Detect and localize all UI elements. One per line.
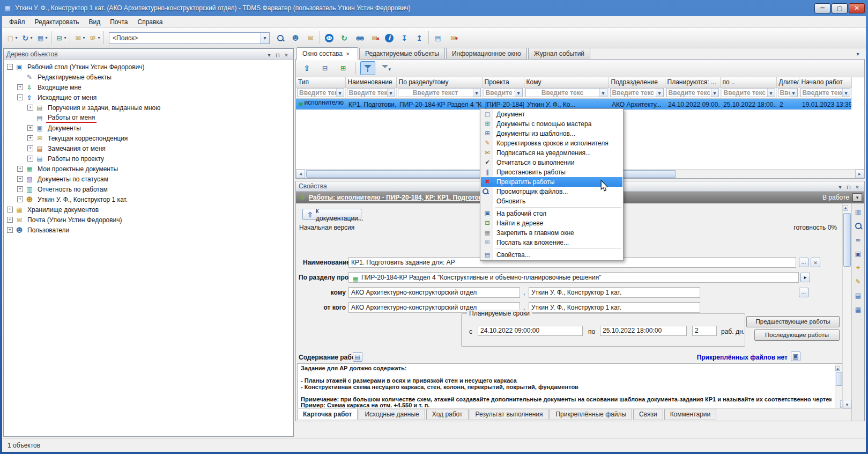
notes-button[interactable] <box>431 31 446 46</box>
filter-combobox[interactable]: Введите текс <box>800 88 850 97</box>
maximize-button[interactable] <box>832 3 848 13</box>
tree-expander[interactable] <box>7 207 13 213</box>
save-button[interactable] <box>853 248 864 259</box>
from-person-field[interactable]: Уткин У. Ф., Конструктор 1 кат. <box>529 302 700 313</box>
tab-close-button[interactable] <box>346 49 352 58</box>
document-tab[interactable]: Редактируемые объекты <box>359 48 445 59</box>
filter-dropdown-button[interactable] <box>336 89 344 97</box>
tree-item[interactable]: Поручения и задачи, выданные мною <box>4 102 293 113</box>
scroll-right-button[interactable]: ► <box>855 170 864 178</box>
tree-expander[interactable] <box>17 196 23 202</box>
menu-item-report-completion[interactable]: Отчитаться о выполнении <box>481 158 622 167</box>
tree-item[interactable]: Редактируемые объекты <box>4 72 293 82</box>
forward-mail-button[interactable]: ▾ <box>87 31 102 46</box>
tree-expander[interactable] <box>17 186 23 192</box>
filter-dropdown-button[interactable] <box>387 89 395 97</box>
tree-item[interactable]: Текущая корреспонденция <box>4 133 293 143</box>
menu-item-properties[interactable]: Свойства... <box>481 250 622 260</box>
find-object-button[interactable] <box>273 31 288 46</box>
tree-expander[interactable] <box>17 166 23 172</box>
table-cell[interactable]: [ПИР-20-184] <box>482 98 524 109</box>
tab-list-button[interactable] <box>853 49 863 58</box>
scroll-down-button[interactable]: ▼ <box>843 400 851 409</box>
filter-combobox[interactable]: Введите текс <box>484 88 523 97</box>
menu-bar-item[interactable]: Файл <box>4 17 30 27</box>
table-view-button[interactable] <box>853 304 864 315</box>
card-tab[interactable]: Комментарии <box>664 409 717 420</box>
filter-dropdown-button[interactable] <box>473 89 480 97</box>
filter-combobox[interactable]: Введите текс <box>722 88 775 97</box>
menu-bar-item[interactable]: Редактировать <box>30 17 84 27</box>
scrollbar-thumb[interactable] <box>843 213 851 267</box>
column-header[interactable]: Длитель... <box>776 77 799 87</box>
menu-item-to-desktop[interactable]: На рабочий стол <box>481 209 622 218</box>
stamp-button[interactable] <box>446 31 461 46</box>
tree-expander[interactable] <box>7 217 13 223</box>
tree-expander[interactable] <box>27 135 33 141</box>
tree-expander[interactable] <box>7 64 13 70</box>
date-to-field[interactable]: 25.10.2022 18:00:00 <box>600 326 687 336</box>
table-cell[interactable]: 19.01.2023 13:39... <box>799 98 851 109</box>
filter-combobox[interactable]: Введите текс <box>347 88 395 97</box>
table-cell[interactable]: КР1. Подготови... <box>345 98 396 109</box>
scroll-left-button[interactable]: ◄ <box>296 170 305 178</box>
filter-combobox[interactable]: Введите текс <box>610 88 664 97</box>
panel-toggle-button[interactable] <box>853 207 864 217</box>
import-button[interactable] <box>397 31 412 46</box>
column-filter[interactable]: Введите текс <box>799 87 851 98</box>
tree-close-button[interactable] <box>282 50 291 58</box>
card-tab[interactable]: Связи <box>633 409 663 420</box>
find-in-tree-button[interactable] <box>317 61 332 75</box>
info-button[interactable] <box>382 31 397 46</box>
tree-menu-button[interactable] <box>265 50 273 58</box>
preview-button[interactable] <box>853 221 864 231</box>
card-tab[interactable]: Результат выполнения <box>470 409 549 420</box>
to-person-field[interactable]: Уткин У. Ф., Конструктор 1 кат. <box>529 287 700 298</box>
column-filter[interactable]: Введите текс <box>296 87 345 98</box>
column-header[interactable]: Проекта <box>482 77 524 87</box>
sync-button[interactable] <box>337 31 352 46</box>
tree-item[interactable]: Работы от меня <box>4 113 293 123</box>
document-tab[interactable]: Информационное окно <box>446 48 527 59</box>
menu-item-pause-works[interactable]: Приостановить работы <box>481 167 622 177</box>
context-menu-item[interactable] <box>481 247 622 250</box>
previous-works-button[interactable]: Предшествующие работы <box>746 316 840 327</box>
section-field[interactable]: ПИР-20-184-КР Раздел 4 "Конструктивные и… <box>348 272 799 283</box>
export-button[interactable] <box>412 31 427 46</box>
menu-item-find-in-tree[interactable]: Найти в дереве <box>481 218 622 228</box>
duration-field[interactable]: 2 <box>692 326 717 336</box>
find-user-button[interactable] <box>288 31 303 46</box>
filter-combobox[interactable]: Введите текст <box>398 88 481 97</box>
tree-expander[interactable] <box>17 94 23 100</box>
search-input[interactable]: <Поиск> <box>109 34 260 42</box>
menu-bar-item[interactable]: Справка <box>132 17 167 27</box>
tree-item[interactable]: Почта (Уткин Устин Федорович) <box>4 215 293 225</box>
filter-combobox[interactable]: Введи <box>778 88 798 97</box>
new-object-button[interactable]: ▾ <box>4 31 19 46</box>
properties-close-button[interactable] <box>853 182 862 190</box>
tree-item[interactable]: Хранилище документов <box>4 204 293 215</box>
date-from-field[interactable]: 24.10.2022 09:00:00 <box>478 326 583 336</box>
properties-scrollbar[interactable]: ▲ ▼ <box>842 203 851 409</box>
tree-expander[interactable] <box>17 84 23 90</box>
tree-item[interactable]: Мои проектные документы <box>4 164 293 174</box>
links-button[interactable] <box>853 235 864 245</box>
send-mail-button[interactable]: ▾ <box>72 31 87 46</box>
filter-dropdown-button[interactable] <box>790 89 797 97</box>
table-cell[interactable]: Уткин У. Ф., Ко... <box>524 98 609 109</box>
tree-item[interactable]: Уткин У. Ф., Конструктор 1 кат. <box>4 194 293 204</box>
table-cell[interactable]: 2 <box>776 98 799 109</box>
work-content-edit-button[interactable] <box>353 352 362 362</box>
content-scrollbar[interactable]: ▲ ▼ <box>835 364 842 408</box>
column-header[interactable]: Планируются: ... <box>665 77 720 87</box>
table-cell[interactable]: ПИР-20-184-КР Раздел 4 "Ко... <box>396 98 482 109</box>
properties-pin-button[interactable] <box>844 182 853 190</box>
tree-expander[interactable] <box>27 105 33 111</box>
to-documentation-button[interactable]: к документации... <box>302 209 361 220</box>
tree-item[interactable]: Документы <box>4 123 293 133</box>
filter-combobox[interactable]: Введите текс <box>666 88 719 97</box>
filter-dropdown-button[interactable] <box>711 89 718 97</box>
context-menu-item[interactable] <box>481 206 622 209</box>
minimize-button[interactable] <box>814 3 830 13</box>
user-settings-button[interactable] <box>352 31 367 46</box>
